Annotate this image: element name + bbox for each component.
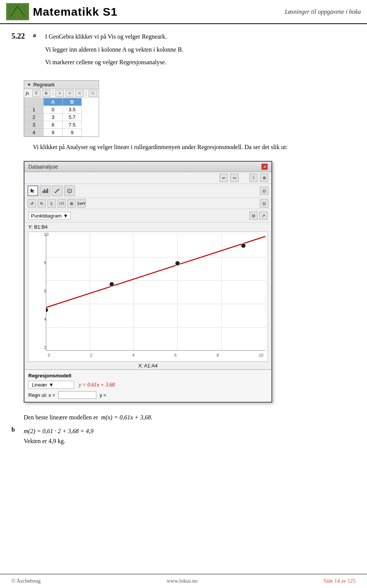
main-content: 5.22 a I GeoGebra klikker vi på Vis og v…	[0, 24, 367, 457]
svg-rect-4	[16, 16, 19, 19]
chart-dropdown-row: Punktdiagram ▼ ⊟ ↗	[24, 209, 271, 223]
step-label-2	[33, 45, 39, 55]
svg-point-36	[241, 244, 245, 249]
x-label-row: X: A1:A4	[24, 362, 271, 369]
chart-svg	[46, 234, 265, 351]
part-a-label: a	[33, 32, 39, 42]
settings-button[interactable]: ⚙	[260, 174, 268, 182]
svg-line-32	[46, 237, 265, 308]
toolbar-sep-1	[53, 90, 53, 96]
regression-dropdown-arrow-icon: ▼	[49, 382, 54, 388]
regression-type-dropdown[interactable]: Lineær ▼	[28, 381, 74, 389]
problem-number: 5.22	[11, 32, 27, 70]
chart-type-label: Punktdiagram	[31, 213, 62, 219]
regn-row: Regn ut: x = y =	[28, 391, 268, 399]
row-number: 3	[24, 121, 44, 128]
svg-rect-6	[42, 191, 44, 193]
chart-area: 10 8 6 4 2	[28, 232, 268, 362]
cursor-tool-button[interactable]	[28, 185, 38, 196]
back-button[interactable]: ↺	[28, 199, 36, 208]
arrow-icon: ▼	[27, 83, 31, 87]
part-b-label: b	[11, 426, 18, 446]
spreadsheet-toolbar: fx F K ≡ ≡ ≡ □	[24, 89, 99, 98]
step-label-3	[33, 57, 39, 67]
regression-type-label: Lineær	[32, 382, 47, 388]
cell-b: 7.5	[63, 121, 82, 128]
dropdown-arrow-icon: ▼	[63, 213, 68, 219]
chart-controls: ⊟ ↗	[249, 211, 268, 220]
y-label-row: Y: B1:B4	[24, 223, 271, 232]
x-tick-4: 4	[132, 353, 135, 357]
row-number: 4	[24, 128, 44, 136]
regression-row: Lineær ▼ y = 0.61x + 3.68	[28, 381, 268, 389]
answer-section-a: Den beste lineære modellen er m(x) = 0,6…	[24, 414, 356, 421]
toolbar-extra-btn[interactable]: □	[89, 90, 97, 97]
dialog-close-button[interactable]: ✕	[261, 164, 268, 170]
col-header-b: B	[63, 98, 82, 106]
svg-rect-7	[44, 189, 45, 193]
chart-type-dropdown[interactable]: Punktdiagram ▼	[28, 212, 71, 220]
dialog-toolbar1: ↩ ↪ ? ⚙	[24, 172, 271, 184]
redo-button[interactable]: ↪	[230, 174, 239, 182]
regn-label: Regn ut: x =	[28, 392, 55, 398]
expand-button[interactable]: ⊡	[260, 199, 268, 208]
table-row: 3 6 7.5	[24, 121, 82, 128]
regression-title: Regresjonsmodell	[28, 373, 268, 378]
spreadsheet-title: Regneark	[33, 82, 55, 88]
number-button[interactable]: 123	[57, 199, 66, 208]
scatter-plot-button[interactable]	[52, 185, 63, 196]
step4-text: Vi klikker på Analyser og velger lineær …	[33, 142, 356, 152]
svg-point-33	[46, 308, 48, 313]
svg-point-35	[175, 261, 180, 266]
table-button[interactable]: ⊞	[67, 199, 76, 208]
svg-line-13	[55, 189, 60, 193]
toolbar-f-btn[interactable]: F	[32, 90, 41, 97]
step2-text: Vi legger inn alderen i kolonne A og vek…	[45, 45, 184, 55]
svg-rect-1	[7, 4, 28, 19]
spreadsheet-titlebar: ▼ Regneark	[24, 81, 99, 89]
page-title: Matematikk S1	[33, 5, 117, 18]
dialog-title: Dataanalyse	[28, 164, 58, 170]
regression-section: Regresjonsmodell Lineær ▼ y = 0.61x + 3.…	[24, 369, 271, 402]
step-b-content: m(2) = 0,61 · 2 + 3,68 = 4,9 Vekten er 4…	[24, 426, 356, 446]
resize-button[interactable]: ⊡	[260, 187, 268, 195]
cell-a: 3	[44, 113, 63, 121]
footer-left: © Aschehoug	[11, 578, 41, 584]
cell-b: 3.5	[63, 106, 82, 113]
step4-row: Vi klikker på Analyser og velger lineær …	[33, 142, 356, 152]
svg-marker-3	[11, 8, 24, 16]
table-row: 4 9 9	[24, 128, 82, 136]
minimize-chart-button[interactable]: ⊟	[249, 211, 258, 220]
toolbar-align1-btn[interactable]: ≡	[55, 90, 64, 97]
box-plot-button[interactable]	[64, 185, 75, 196]
step-b-row: b m(2) = 0,61 · 2 + 3,68 = 4,9 Vekten er…	[11, 426, 356, 446]
spreadsheet-table: A B 1 0 3.5 2 3 5.7 3 6 7.5 4 9 9	[24, 98, 82, 136]
toolbar-align3-btn[interactable]: ≡	[75, 90, 84, 97]
spreadsheet-container: ▼ Regneark fx F K ≡ ≡ ≡ □ A B 1	[24, 80, 99, 137]
toolbar-align2-btn[interactable]: ≡	[65, 90, 74, 97]
step3-text: Vi markerer cellene og velger Regresjons…	[45, 57, 184, 67]
fx-label: fx	[26, 90, 29, 96]
undo-button[interactable]: ↩	[219, 174, 228, 182]
bar-chart-button[interactable]	[40, 185, 50, 196]
x-tick-2: 2	[90, 353, 92, 357]
forward-button[interactable]: ↻	[37, 199, 46, 208]
x-tick-0: 0	[48, 353, 50, 357]
footer-center: www.lokus.no	[167, 578, 198, 584]
sigma-button[interactable]: Σ	[47, 199, 56, 208]
step-row-1: a I GeoGebra klikker vi på Vis og velger…	[33, 32, 184, 42]
help-button[interactable]: ?	[249, 174, 258, 182]
cell-b: 9	[63, 128, 82, 136]
table-row: 2 3 5.7	[24, 113, 82, 121]
step1-text: I GeoGebra klikker vi på Vis og velger R…	[45, 32, 184, 42]
toolbar-k-btn[interactable]: K	[42, 90, 50, 97]
chart-x-axis: 0 2 4 6 8 10	[48, 353, 263, 357]
header-left: Matematikk S1	[6, 3, 117, 20]
regn-x-input[interactable]	[58, 391, 96, 399]
svg-rect-8	[45, 190, 47, 193]
x-tick-6: 6	[174, 353, 177, 357]
part-b-calc: m(2) = 0,61 · 2 + 3,68 = 4,9	[24, 426, 356, 436]
svg-point-34	[109, 282, 114, 287]
swap-button[interactable]: X⇌Y	[77, 199, 86, 208]
export-chart-button[interactable]: ↗	[259, 211, 268, 220]
